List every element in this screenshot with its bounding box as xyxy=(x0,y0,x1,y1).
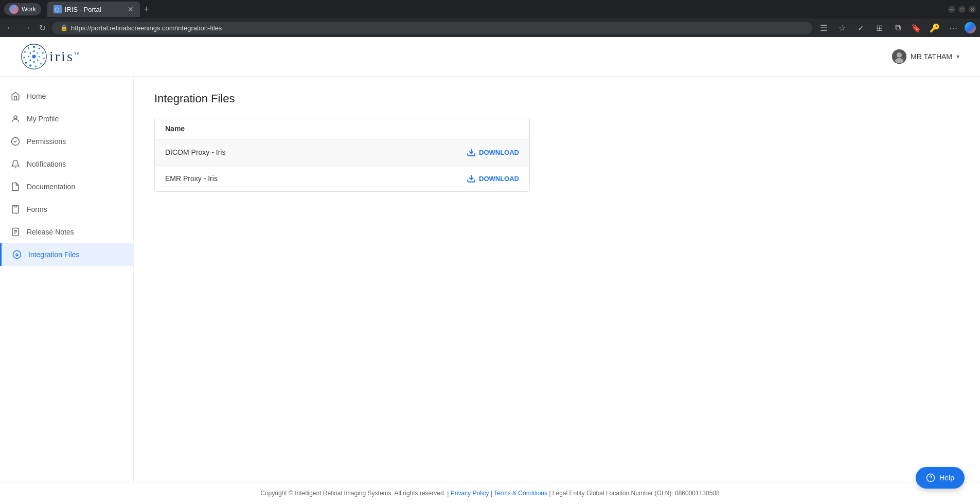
svg-point-22 xyxy=(897,52,902,58)
help-label: Help xyxy=(939,474,954,482)
sidebar-item-integration-files[interactable]: Integration Files xyxy=(0,243,133,266)
download-label-1: DOWNLOAD xyxy=(479,149,519,156)
app: iris™ MR TATHAM ▾ Home xyxy=(0,37,980,504)
download-btn-2[interactable]: DOWNLOAD xyxy=(467,174,519,183)
refresh-btn[interactable]: ↻ xyxy=(37,21,48,35)
table-row: DICOM Proxy - Iris DOWNLOAD xyxy=(155,139,529,166)
sidebar-item-my-profile[interactable]: My Profile xyxy=(0,107,133,130)
bell-icon xyxy=(10,159,21,169)
help-icon xyxy=(926,473,935,482)
check-circle-icon xyxy=(10,136,21,147)
nav-actions: ☰ ☆ ✓ ⊞ ⧉ 🔖 🔑 ⋯ xyxy=(816,21,976,35)
svg-point-7 xyxy=(29,64,31,66)
new-tab-btn[interactable]: + xyxy=(144,4,150,15)
file-name-2: EMR Proxy - Iris xyxy=(165,174,467,183)
person-icon xyxy=(10,114,21,124)
reader-mode-btn[interactable]: ☰ xyxy=(816,21,831,35)
file-name-1: DICOM Proxy - Iris xyxy=(165,148,467,156)
document-icon xyxy=(10,182,21,192)
svg-point-19 xyxy=(30,52,31,54)
split-screen-btn[interactable]: ⧉ xyxy=(890,21,905,35)
download-icon-2 xyxy=(467,174,476,183)
browser-nav-bar: ← → ↻ 🔒 https://portal.retinalscreenings… xyxy=(0,19,980,37)
terms-conditions-link[interactable]: Terms & Conditions xyxy=(494,490,547,497)
close-btn[interactable]: ✕ xyxy=(969,6,976,13)
address-bar[interactable]: 🔒 https://portal.retinalscreenings.com/i… xyxy=(52,22,812,34)
main-content: Integration Files Name DICOM Proxy - Iri… xyxy=(134,77,980,482)
user-name-label: MR TATHAM xyxy=(911,52,952,61)
sidebar-item-notifications[interactable]: Notifications xyxy=(0,153,133,175)
sidebar-label-release-notes: Release Notes xyxy=(27,228,74,236)
app-body: Home My Profile Permissions Notification… xyxy=(0,77,980,482)
workspace-avatar xyxy=(9,5,19,14)
sidebar-label-documentation: Documentation xyxy=(27,183,75,191)
svg-point-8 xyxy=(25,62,27,63)
privacy-policy-link[interactable]: Privacy Policy xyxy=(451,490,489,497)
tab-bar: Work ⬡ IRIS - Portal ✕ + xyxy=(4,2,944,17)
sidebar-label-integration-files: Integration Files xyxy=(28,250,80,259)
svg-rect-26 xyxy=(14,206,17,207)
svg-point-9 xyxy=(23,57,25,58)
svg-point-3 xyxy=(42,52,44,53)
download-label-2: DOWNLOAD xyxy=(479,175,519,183)
tab-title: IRIS - Portal xyxy=(65,6,124,13)
bookmark-btn[interactable]: 🔖 xyxy=(909,21,923,35)
minimize-btn[interactable]: ─ xyxy=(948,6,955,13)
svg-point-2 xyxy=(39,48,40,49)
sidebar-label-permissions: Permissions xyxy=(27,137,66,146)
collections-btn[interactable]: ⊞ xyxy=(872,21,886,35)
table-row: EMR Proxy - Iris DOWNLOAD xyxy=(155,166,529,191)
svg-point-24 xyxy=(14,116,17,119)
sidebar-item-forms[interactable]: Forms xyxy=(0,198,133,221)
app-logo: iris™ xyxy=(21,43,81,70)
files-table: Name DICOM Proxy - Iris DOWNLOAD EMR Pro… xyxy=(154,118,530,192)
window-controls: ─ □ ✕ xyxy=(948,6,976,13)
back-btn[interactable]: ← xyxy=(4,21,16,34)
workspace-tab[interactable]: Work xyxy=(4,3,41,15)
footer: Copyright © Intelligent Retinal Imaging … xyxy=(0,482,980,504)
download-btn-1[interactable]: DOWNLOAD xyxy=(467,148,519,157)
user-avatar xyxy=(892,49,906,64)
sidebar-label-home: Home xyxy=(27,92,46,100)
iris-logo-svg xyxy=(21,43,47,70)
sidebar-label-notifications: Notifications xyxy=(27,160,66,168)
verified-btn[interactable]: ✓ xyxy=(853,21,868,35)
sidebar-item-release-notes[interactable]: Release Notes xyxy=(0,221,133,243)
tab-close-btn[interactable]: ✕ xyxy=(128,5,134,13)
svg-point-10 xyxy=(24,51,26,53)
sidebar-label-forms: Forms xyxy=(27,205,47,213)
app-header: iris™ MR TATHAM ▾ xyxy=(0,37,980,77)
svg-point-16 xyxy=(33,61,34,63)
download-circle-icon xyxy=(12,249,22,260)
forward-btn[interactable]: → xyxy=(21,21,33,34)
clipboard-icon xyxy=(10,204,21,214)
svg-point-18 xyxy=(28,56,29,57)
tab-favicon: ⬡ xyxy=(54,5,62,13)
svg-point-6 xyxy=(35,65,37,67)
svg-point-12 xyxy=(33,50,34,52)
sidebar: Home My Profile Permissions Notification… xyxy=(0,77,134,482)
svg-point-20 xyxy=(32,55,36,59)
user-menu-chevron: ▾ xyxy=(956,53,959,60)
download-icon-1 xyxy=(467,148,476,157)
svg-point-15 xyxy=(37,59,38,61)
user-menu[interactable]: MR TATHAM ▾ xyxy=(892,49,959,64)
sidebar-item-permissions[interactable]: Permissions xyxy=(0,130,133,153)
svg-point-17 xyxy=(30,59,31,61)
logo-wordmark: iris™ xyxy=(49,48,81,65)
sidebar-item-documentation[interactable]: Documentation xyxy=(0,175,133,198)
browser-chrome: Work ⬡ IRIS - Portal ✕ + ─ □ ✕ ← → ↻ 🔒 h… xyxy=(0,0,980,37)
favorites-btn[interactable]: ☆ xyxy=(835,21,849,35)
workspace-tab-label: Work xyxy=(22,6,36,13)
sidebar-label-my-profile: My Profile xyxy=(27,115,59,123)
svg-point-1 xyxy=(33,46,35,48)
active-tab[interactable]: ⬡ IRIS - Portal ✕ xyxy=(47,2,140,17)
share-btn[interactable]: ⋯ xyxy=(946,21,960,35)
sidebar-item-home[interactable]: Home xyxy=(0,85,133,107)
password-btn[interactable]: 🔑 xyxy=(928,21,942,35)
maximize-btn[interactable]: □ xyxy=(958,6,966,13)
edge-icon xyxy=(965,22,976,33)
help-button[interactable]: Help xyxy=(916,467,965,489)
page-title: Integration Files xyxy=(154,92,959,105)
svg-point-4 xyxy=(43,58,44,59)
